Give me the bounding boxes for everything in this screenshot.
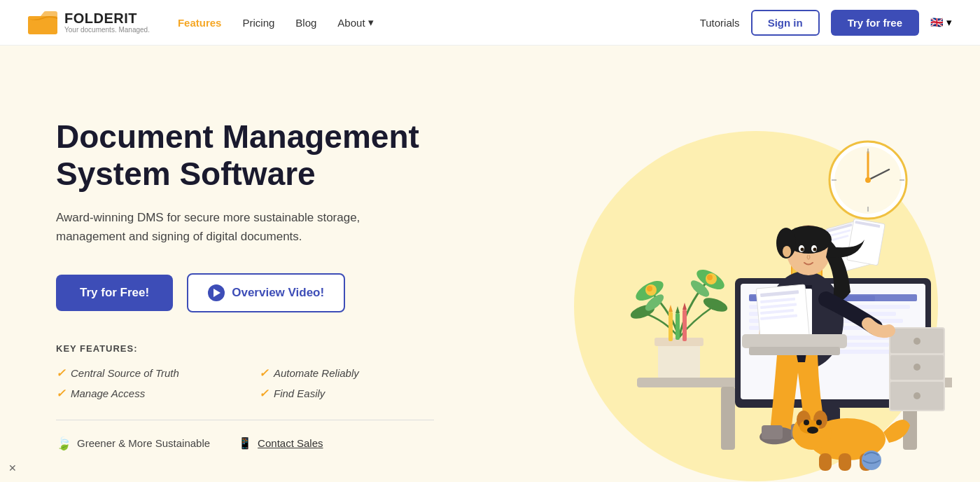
hero-subtitle: Award-winning DMS for secure more sustai… — [56, 208, 406, 246]
leaf-icon: 🍃 — [56, 436, 71, 451]
contact-sales-item: 📱 Contact Sales — [238, 436, 323, 450]
chevron-down-icon: ▾ — [946, 16, 952, 29]
svg-point-91 — [816, 420, 822, 425]
svg-point-70 — [813, 247, 817, 251]
svg-rect-25 — [668, 312, 673, 341]
svg-point-22 — [647, 286, 652, 291]
svg-point-24 — [707, 275, 713, 280]
contact-sales-link[interactable]: Contact Sales — [258, 437, 323, 449]
feature-find-easily: ✓ Find Easily — [259, 387, 434, 400]
svg-rect-29 — [682, 310, 687, 341]
svg-rect-79 — [749, 347, 840, 355]
signin-button[interactable]: Sign in — [751, 10, 820, 36]
nav-tutorials[interactable]: Tutorials — [700, 17, 740, 29]
hero-illustration — [476, 89, 952, 481]
check-icon: ✓ — [56, 387, 65, 400]
try-free-button[interactable]: Try for Free! — [56, 275, 173, 311]
hero-section: Document Management System Software Awar… — [0, 46, 980, 482]
navigation: FOLDERIT Your documents. Managed. Featur… — [0, 0, 980, 46]
svg-point-96 — [862, 450, 881, 470]
hero-image — [434, 89, 924, 481]
divider — [56, 420, 434, 420]
svg-point-71 — [783, 246, 791, 257]
play-icon — [208, 284, 225, 301]
svg-rect-94 — [839, 453, 851, 471]
nav-blog[interactable]: Blog — [295, 17, 316, 29]
tryfree-button[interactable]: Try for free — [831, 10, 919, 36]
logo[interactable]: FOLDERIT Your documents. Managed. — [28, 11, 150, 34]
svg-rect-81 — [762, 425, 783, 439]
svg-rect-32 — [721, 387, 735, 450]
nav-about[interactable]: About ▾ — [337, 16, 373, 29]
greener-item: 🍃 Greener & More Sustainable — [56, 436, 210, 451]
feature-manage-access: ✓ Manage Access — [56, 387, 231, 400]
close-button[interactable]: ✕ — [8, 462, 17, 474]
nav-features[interactable]: Features — [178, 17, 222, 29]
logo-icon — [28, 11, 57, 34]
nav-pricing[interactable]: Pricing — [242, 17, 274, 29]
hero-content: Document Management System Software Awar… — [56, 118, 434, 450]
check-icon: ✓ — [259, 387, 268, 400]
feature-automate: ✓ Automate Reliably — [259, 366, 434, 380]
hero-title: Document Management System Software — [56, 118, 434, 193]
svg-rect-78 — [742, 334, 847, 348]
svg-point-60 — [913, 364, 920, 371]
feature-central-truth: ✓ Central Source of Truth — [56, 366, 231, 380]
svg-rect-13 — [658, 341, 700, 380]
phone-icon: 📱 — [238, 436, 252, 450]
check-icon: ✓ — [259, 366, 268, 380]
svg-rect-93 — [819, 453, 832, 471]
svg-rect-27 — [676, 313, 680, 340]
flag-icon: 🇬🇧 — [930, 16, 944, 29]
nav-links: Features Pricing Blog About ▾ — [178, 16, 374, 29]
overview-video-button[interactable]: Overview Video! — [187, 273, 345, 312]
svg-point-61 — [913, 392, 920, 399]
logo-text: FOLDERIT Your documents. Managed. — [64, 11, 150, 34]
features-label: KEY FEATURES: — [56, 343, 434, 354]
chevron-down-icon: ▾ — [368, 16, 374, 29]
svg-point-59 — [913, 338, 920, 345]
svg-point-90 — [804, 420, 809, 425]
hero-buttons: Try for Free! Overview Video! — [56, 273, 434, 312]
footer-row: 🍃 Greener & More Sustainable 📱 Contact S… — [56, 436, 434, 451]
check-icon: ✓ — [56, 366, 65, 380]
logo-name: FOLDERIT — [64, 11, 150, 25]
language-selector[interactable]: 🇬🇧 ▾ — [930, 16, 952, 29]
svg-point-92 — [807, 427, 818, 434]
svg-point-12 — [865, 177, 871, 183]
features-grid: ✓ Central Source of Truth ✓ Automate Rel… — [56, 366, 434, 400]
nav-right: Tutorials Sign in Try for free 🇬🇧 ▾ — [700, 10, 952, 36]
svg-point-69 — [801, 247, 804, 251]
logo-tagline: Your documents. Managed. — [64, 27, 150, 34]
